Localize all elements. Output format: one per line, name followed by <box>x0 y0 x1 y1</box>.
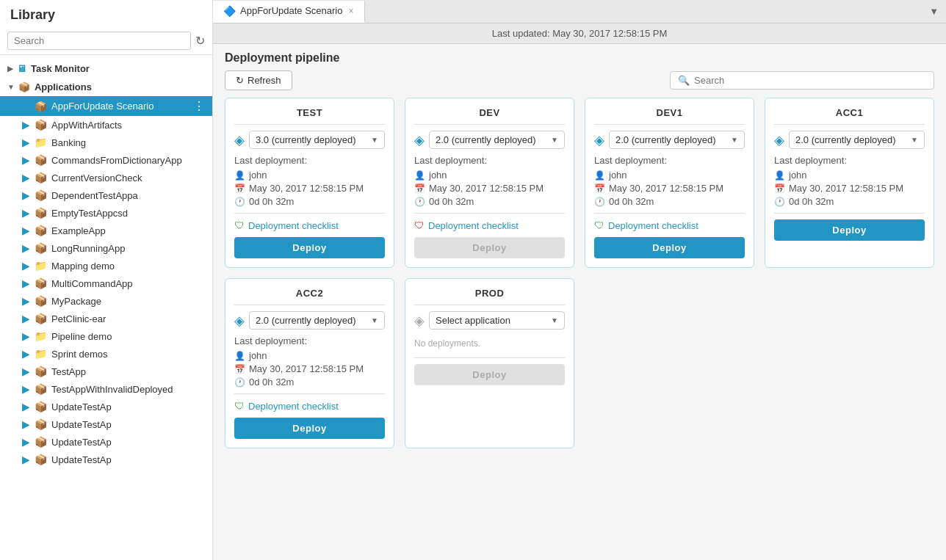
version-dropdown-prod[interactable]: Select application ▼ <box>429 311 565 330</box>
refresh-icon: ↻ <box>236 75 244 86</box>
appforupdate-more-icon[interactable]: ⋮ <box>193 99 205 113</box>
card-title-prod: PROD <box>414 288 565 305</box>
sidebar-item-commandsfromdictionary[interactable]: ▶ 📦 CommandsFromDictionaryApp <box>0 151 212 169</box>
checklist-row-acc2: 🛡 Deployment checklist <box>234 400 385 412</box>
version-dropdown-dev[interactable]: 2.0 (currently deployed) ▼ <box>429 131 565 149</box>
toolbar: ↻ Refresh 🔍 <box>213 70 946 98</box>
sidebar-item-emptytestappcsd[interactable]: ▶ 📦 EmptyTestAppcsd <box>0 204 212 222</box>
sidebar-item-multicommandapp[interactable]: ▶ 📦 MultiCommandApp <box>0 274 212 292</box>
sidebar-item-dependenttestappa[interactable]: ▶ 📦 DependentTestAppa <box>0 186 212 204</box>
exampleapp-arrow: ▶ <box>22 225 30 236</box>
version-selector-test: ◈ 3.0 (currently deployed) ▼ <box>234 131 385 149</box>
updatetestap3-label: UpdateTestAp <box>51 437 112 448</box>
deploy-button-acc2[interactable]: Deploy <box>234 418 385 439</box>
sidebar-item-currentversioncheck[interactable]: ▶ 📦 CurrentVersionCheck <box>0 169 212 186</box>
emptytest-arrow: ▶ <box>22 207 30 219</box>
deployment-info-dev: Last deployment: 👤 john 📅 May 30, 2017 1… <box>414 155 565 207</box>
deploy-button-dev1[interactable]: Deploy <box>594 237 745 258</box>
sidebar-item-testappwithinvalid[interactable]: ▶ 📦 TestAppWithInvalidDeployed <box>0 380 212 398</box>
calendar-icon-dev1: 📅 <box>594 183 605 194</box>
currentversion-icon: 📦 <box>35 172 47 183</box>
version-dropdown-acc2[interactable]: 2.0 (currently deployed) ▼ <box>249 311 385 330</box>
testappinvalid-label: TestAppWithInvalidDeployed <box>51 384 173 395</box>
testapp-arrow: ▶ <box>22 366 30 377</box>
sidebar-item-appwithartifacts[interactable]: ▶ 📦 AppWithArtifacts <box>0 116 212 134</box>
sidebar-item-appforupdate[interactable]: ▶ 📦 AppForUpdate Scenario ⋮ <box>0 96 212 116</box>
tab-appforupdate[interactable]: 🔷 AppForUpdate Scenario × <box>213 1 365 23</box>
sidebar-item-task-monitor[interactable]: ▶ 🖥 Task Monitor <box>0 59 212 78</box>
version-selector-acc1: ◈ 2.0 (currently deployed) ▼ <box>774 131 925 149</box>
mypackage-arrow: ▶ <box>22 295 30 307</box>
tab-close-button[interactable]: × <box>348 6 353 16</box>
deploy-button-dev[interactable]: Deploy <box>414 237 565 258</box>
last-deploy-label-dev: Last deployment: <box>414 155 565 166</box>
sidebar-item-petclinicear[interactable]: ▶ 📦 PetClinic-ear <box>0 310 212 327</box>
applications-label: Applications <box>35 81 92 92</box>
checklist-link-acc2[interactable]: Deployment checklist <box>248 401 339 412</box>
sidebar-refresh-icon[interactable]: ↻ <box>195 34 205 48</box>
card-title-acc2: ACC2 <box>234 288 385 305</box>
sidebar-item-updatetestap3[interactable]: ▶ 📦 UpdateTestAp <box>0 433 212 451</box>
card-title-acc1: ACC1 <box>774 107 925 125</box>
deploy-button-prod[interactable]: Deploy <box>414 364 565 385</box>
sidebar-item-banking[interactable]: ▶ 📁 Banking <box>0 134 212 151</box>
version-dropdown-dev1[interactable]: 2.0 (currently deployed) ▼ <box>609 131 745 149</box>
pipeline-search-input[interactable] <box>694 75 926 86</box>
sidebar-item-mappingdemo[interactable]: ▶ 📁 Mapping demo <box>0 257 212 274</box>
user-icon-acc1: 👤 <box>774 170 785 181</box>
duration-row-test: 🕐 0d 0h 32m <box>234 196 385 207</box>
checklist-link-dev[interactable]: Deployment checklist <box>428 220 519 231</box>
mappingdemo-icon: 📁 <box>35 260 47 272</box>
version-dropdown-test[interactable]: 3.0 (currently deployed) ▼ <box>249 131 385 149</box>
tab-expander-icon[interactable]: ▼ <box>922 1 946 21</box>
testappinvalid-icon: 📦 <box>35 383 47 395</box>
date-value-test: May 30, 2017 12:58:15 PM <box>249 183 364 194</box>
deployment-info-acc1: Last deployment: 👤 john 📅 May 30, 2017 1… <box>774 155 925 207</box>
longrunning-label: LongRunningApp <box>51 243 125 254</box>
sidebar-item-testapp[interactable]: ▶ 📦 TestApp <box>0 363 212 380</box>
deploy-button-test[interactable]: Deploy <box>234 237 385 258</box>
updatetestap2-icon: 📦 <box>35 418 47 430</box>
user-value-dev1: john <box>609 170 627 181</box>
pipeline-card-test: TEST ◈ 3.0 (currently deployed) ▼ Last d… <box>225 98 394 268</box>
card-title-dev: DEV <box>414 107 565 125</box>
commands-label: CommandsFromDictionaryApp <box>51 155 182 166</box>
multicommand-icon: 📦 <box>35 277 47 289</box>
version-value-dev1: 2.0 (currently deployed) <box>615 134 716 145</box>
sidebar-item-updatetestap1[interactable]: ▶ 📦 UpdateTestAp <box>0 398 212 415</box>
sidebar-item-applications[interactable]: ▼ 📦 Applications <box>0 78 212 96</box>
duration-row-acc2: 🕐 0d 0h 32m <box>234 377 385 388</box>
checklist-link-test[interactable]: Deployment checklist <box>248 220 339 231</box>
currentversion-arrow: ▶ <box>22 172 30 183</box>
emptytest-label: EmptyTestAppcsd <box>51 208 128 219</box>
updatetestap1-label: UpdateTestAp <box>51 401 112 412</box>
clock-icon-acc1: 🕐 <box>774 197 785 207</box>
date-row-dev1: 📅 May 30, 2017 12:58:15 PM <box>594 183 745 194</box>
calendar-icon-acc1: 📅 <box>774 183 785 194</box>
updatetestap2-arrow: ▶ <box>22 418 30 430</box>
search-input[interactable] <box>7 32 191 50</box>
refresh-button[interactable]: ↻ Refresh <box>225 70 292 90</box>
sidebar-item-longrunningapp[interactable]: ▶ 📦 LongRunningApp <box>0 239 212 257</box>
checklist-link-dev1[interactable]: Deployment checklist <box>608 220 698 231</box>
pipeline-title: Deployment pipeline <box>225 51 339 65</box>
dropdown-arrow-dev1: ▼ <box>731 136 738 144</box>
sidebar-item-mypackage[interactable]: ▶ 📦 MyPackage <box>0 292 212 310</box>
dropdown-arrow-dev: ▼ <box>551 136 558 144</box>
pipeline-card-dev: DEV ◈ 2.0 (currently deployed) ▼ Last de… <box>405 98 574 268</box>
pipeline-card-acc1: ACC1 ◈ 2.0 (currently deployed) ▼ Last d… <box>765 98 934 268</box>
sidebar-item-pipelinedemo[interactable]: ▶ 📁 Pipeline demo <box>0 327 212 345</box>
sprintdemos-icon: 📁 <box>35 348 47 360</box>
duration-row-dev1: 🕐 0d 0h 32m <box>594 196 745 207</box>
version-value-acc1: 2.0 (currently deployed) <box>795 134 896 145</box>
sidebar-item-sprintdemos[interactable]: ▶ 📁 Sprint demos <box>0 345 212 363</box>
tab-icon: 🔷 <box>223 5 236 17</box>
sidebar-item-exampleapp[interactable]: ▶ 📦 ExampleApp <box>0 222 212 239</box>
version-dropdown-acc1[interactable]: 2.0 (currently deployed) ▼ <box>789 131 925 149</box>
divider-dev <box>414 213 565 214</box>
sidebar-item-updatetestap2[interactable]: ▶ 📦 UpdateTestAp <box>0 415 212 433</box>
sidebar-item-updatetestap4[interactable]: ▶ 📦 UpdateTestAp <box>0 451 212 468</box>
date-row-acc2: 📅 May 30, 2017 12:58:15 PM <box>234 363 385 374</box>
deploy-button-acc1[interactable]: Deploy <box>774 219 925 241</box>
sidebar-title: Library <box>0 0 212 27</box>
